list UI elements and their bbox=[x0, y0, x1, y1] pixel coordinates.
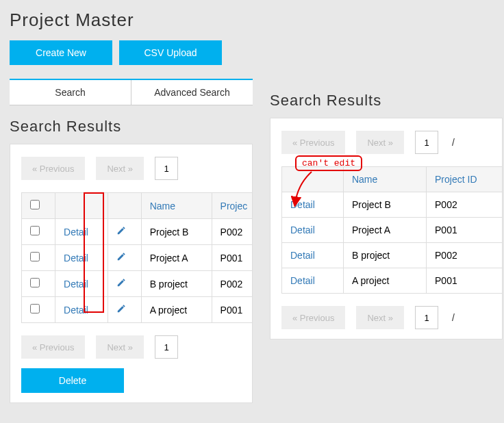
table-row: DetailA projectP001 bbox=[22, 297, 253, 323]
col-edit bbox=[108, 193, 141, 219]
detail-link[interactable]: Detail bbox=[290, 199, 315, 210]
row-detail-cell: Detail bbox=[55, 297, 108, 323]
results-box-right: « Previous Next » / Name Project ID Deta… bbox=[270, 118, 503, 339]
row-name: Project A bbox=[343, 218, 426, 243]
table-row: DetailB projectP002 bbox=[22, 271, 253, 297]
row-name: Project B bbox=[141, 219, 212, 245]
pencil-icon[interactable] bbox=[116, 252, 126, 261]
page-title: Project Master bbox=[10, 10, 253, 31]
row-project-id: P002 bbox=[427, 192, 503, 218]
row-edit-cell bbox=[108, 245, 141, 271]
detail-link[interactable]: Detail bbox=[290, 225, 315, 235]
pager-bottom-left: « Previous Next » bbox=[21, 335, 252, 359]
col-project-id-right[interactable]: Project ID bbox=[427, 167, 503, 192]
pager-bottom-right: « Previous Next » / bbox=[281, 306, 502, 329]
create-new-button[interactable]: Create New bbox=[10, 40, 112, 65]
detail-link[interactable]: Detail bbox=[64, 253, 88, 264]
table-row: DetailProject AP001 bbox=[22, 245, 253, 271]
row-project-id: P002 bbox=[212, 271, 253, 297]
row-checkbox-cell bbox=[22, 245, 55, 271]
search-results-title-left: Search Results bbox=[10, 118, 253, 136]
row-project-id: P001 bbox=[212, 245, 253, 271]
next-button-bottom[interactable]: Next » bbox=[96, 335, 144, 359]
table-row: DetailA projectP001 bbox=[282, 268, 503, 294]
row-name: B project bbox=[141, 271, 212, 297]
detail-link[interactable]: Detail bbox=[290, 275, 315, 286]
col-project-id[interactable]: Projec bbox=[212, 193, 253, 219]
next-button-right[interactable]: Next » bbox=[356, 131, 404, 154]
detail-link[interactable]: Detail bbox=[64, 227, 88, 238]
left-panel: Project Master Create New CSV Upload Sea… bbox=[10, 10, 253, 403]
pencil-icon[interactable] bbox=[116, 304, 126, 313]
select-all-checkbox[interactable] bbox=[30, 200, 40, 209]
prev-button-bottom[interactable]: « Previous bbox=[21, 335, 85, 359]
pencil-icon[interactable] bbox=[116, 226, 126, 235]
page-total-sep: / bbox=[452, 137, 455, 148]
row-name: A project bbox=[141, 297, 212, 323]
prev-button-right[interactable]: « Previous bbox=[281, 131, 345, 154]
table-row: DetailB projectP002 bbox=[282, 243, 503, 268]
row-project-id: P001 bbox=[427, 218, 503, 243]
row-project-id: P001 bbox=[427, 268, 503, 294]
tab-search[interactable]: Search bbox=[10, 80, 131, 105]
results-box-left: « Previous Next » Name Projec DetailProj… bbox=[10, 144, 253, 403]
row-checkbox-cell bbox=[22, 297, 55, 323]
col-name[interactable]: Name bbox=[141, 193, 212, 219]
csv-upload-button[interactable]: CSV Upload bbox=[119, 40, 222, 65]
row-detail-cell: Detail bbox=[55, 245, 108, 271]
row-checkbox[interactable] bbox=[30, 278, 40, 287]
delete-button[interactable]: Delete bbox=[21, 368, 124, 393]
action-buttons: Create New CSV Upload bbox=[10, 40, 253, 65]
detail-link[interactable]: Detail bbox=[64, 279, 88, 290]
row-name: Project B bbox=[343, 192, 426, 218]
row-detail-cell: Detail bbox=[55, 219, 108, 245]
row-project-id: P001 bbox=[212, 297, 253, 323]
pencil-icon[interactable] bbox=[116, 278, 126, 287]
pager-top-left: « Previous Next » bbox=[21, 157, 252, 180]
results-table-right: Name Project ID DetailProject BP002Detai… bbox=[281, 166, 503, 294]
tab-row: Search Advanced Search bbox=[10, 79, 253, 105]
row-checkbox-cell bbox=[22, 271, 55, 297]
col-name-right[interactable]: Name bbox=[343, 167, 426, 192]
row-checkbox[interactable] bbox=[30, 252, 40, 261]
row-detail-cell: Detail bbox=[282, 243, 344, 268]
row-detail-cell: Detail bbox=[282, 192, 344, 218]
pager-top-right: « Previous Next » / bbox=[281, 131, 502, 154]
col-checkbox bbox=[22, 193, 55, 219]
tab-advanced-search[interactable]: Advanced Search bbox=[131, 80, 253, 105]
page-input[interactable] bbox=[155, 157, 178, 180]
search-results-title-right: Search Results bbox=[270, 92, 503, 110]
col-detail-right bbox=[282, 167, 344, 192]
row-detail-cell: Detail bbox=[282, 268, 344, 294]
row-checkbox[interactable] bbox=[30, 304, 40, 313]
table-row: DetailProject AP001 bbox=[282, 218, 503, 243]
row-detail-cell: Detail bbox=[282, 218, 344, 243]
table-row: DetailProject BP002 bbox=[282, 192, 503, 218]
detail-link[interactable]: Detail bbox=[290, 250, 315, 261]
row-project-id: P002 bbox=[212, 219, 253, 245]
next-button-right-bottom[interactable]: Next » bbox=[356, 306, 404, 329]
page-input-bottom[interactable] bbox=[155, 335, 178, 359]
row-edit-cell bbox=[108, 297, 141, 323]
table-row: DetailProject BP002 bbox=[22, 219, 253, 245]
row-edit-cell bbox=[108, 271, 141, 297]
page-input-right-bottom[interactable] bbox=[415, 306, 438, 329]
results-table-left: Name Projec DetailProject BP002DetailPro… bbox=[21, 192, 253, 323]
row-name: Project A bbox=[141, 245, 212, 271]
detail-link[interactable]: Detail bbox=[64, 305, 88, 316]
row-checkbox[interactable] bbox=[30, 226, 40, 235]
row-name: A project bbox=[343, 268, 426, 294]
row-name: B project bbox=[343, 243, 426, 268]
page-total-sep-bottom: / bbox=[452, 312, 455, 323]
row-checkbox-cell bbox=[22, 219, 55, 245]
row-edit-cell bbox=[108, 219, 141, 245]
next-button[interactable]: Next » bbox=[96, 157, 144, 180]
prev-button-right-bottom[interactable]: « Previous bbox=[281, 306, 345, 329]
prev-button[interactable]: « Previous bbox=[21, 157, 85, 180]
row-detail-cell: Detail bbox=[55, 271, 108, 297]
col-detail bbox=[55, 193, 108, 219]
page-input-right[interactable] bbox=[415, 131, 438, 154]
right-panel: Search Results « Previous Next » / Name … bbox=[270, 79, 503, 339]
row-project-id: P002 bbox=[427, 243, 503, 268]
